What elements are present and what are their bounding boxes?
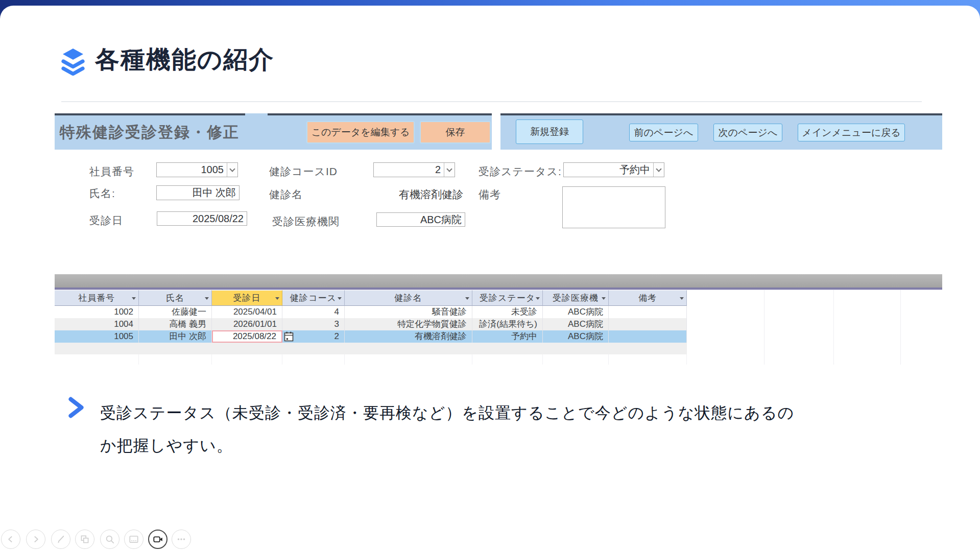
app-header-bar: 特殊健診受診登録・修正 このデータを編集する 保存 新規登録 前のページへ 次の… [55,113,942,150]
calendar-icon[interactable] [284,331,294,342]
exam-name-label: 健診名 [269,187,303,202]
table-row[interactable]: 1004 高橋 義男 2026/01/01 3 特定化学物質健診 診済(結果待ち… [55,318,687,330]
page-title: 各種機能の紹介 [95,43,274,76]
new-record-button[interactable]: 新規登録 [516,119,583,144]
course-id-combobox[interactable]: 2 [373,162,455,177]
main-menu-button[interactable]: メインメニューに戻る [798,124,905,141]
exam-date-input[interactable]: 2025/08/22 [157,211,247,226]
col-header-employee-no[interactable]: 社員番号 [55,290,139,306]
next-slide-button[interactable] [26,530,45,549]
prev-slide-button[interactable] [1,530,20,549]
course-id-label: 健診コースID [269,164,338,179]
combo-arrow-icon[interactable] [444,163,455,177]
edit-data-button[interactable]: このデータを編集する [306,121,415,143]
name-input[interactable]: 田中 次郎 [156,185,240,200]
employee-no-combobox[interactable]: 1005 [156,162,238,177]
table-row-selected[interactable]: 1005 田中 次郎 2025/08/22 2 有機溶剤健診 予約中 ABC病院 [55,330,687,343]
slide-card: 各種機能の紹介 特殊健診受診登録・修正 このデータを編集する 保存 新規登録 前… [0,6,980,551]
app-title: 特殊健診受診登録・修正 [60,122,240,143]
pen-button[interactable] [51,530,70,549]
layers-icon [61,47,85,76]
title-divider [61,101,922,102]
medical-institution-input[interactable]: ABC病院 [376,212,465,227]
col-header-status[interactable]: 受診ステータ [472,290,543,306]
note-text-line1: 受診ステータス（未受診・受診済・要再検など）を設置することで今どのような状態にあ… [100,402,794,424]
table-header-row: 社員番号 氏名 受診日 健診コース 健診名 受診ステータ 受診医療機 備考 [55,290,687,306]
filter-dropdown-icon [132,297,136,300]
col-header-course[interactable]: 健診コース [282,290,345,306]
more-options-button[interactable] [172,530,191,549]
filter-dropdown-icon [275,297,279,300]
exam-date-label: 受診日 [89,213,123,228]
employee-no-label: 社員番号 [89,164,134,179]
filter-dropdown-icon [602,297,606,300]
table-row-empty[interactable] [55,343,687,354]
filter-dropdown-icon [465,297,469,300]
bullet-chevron-icon [67,397,85,418]
col-header-name[interactable]: 氏名 [139,290,212,306]
table-top-bar [55,274,942,288]
app-window: 特殊健診受診登録・修正 このデータを編集する 保存 新規登録 前のページへ 次の… [55,113,942,371]
filter-dropdown-icon [338,297,342,300]
notes-button[interactable] [124,530,144,549]
exam-name-value: 有機溶剤健診 [361,187,463,202]
next-page-button[interactable]: 次のページへ [713,124,782,141]
save-button[interactable]: 保存 [420,121,491,143]
table-row-empty[interactable] [55,354,687,365]
filter-dropdown-icon [680,297,684,300]
col-header-remarks[interactable]: 備考 [609,290,687,306]
combo-arrow-icon[interactable] [653,163,664,177]
medical-institution-label: 受診医療機関 [272,214,340,229]
filter-dropdown-icon [205,297,209,300]
camera-button[interactable] [148,530,168,549]
remarks-textarea[interactable] [562,186,665,228]
col-header-institution[interactable]: 受診医療機 [543,290,609,306]
col-header-exam-name[interactable]: 健診名 [345,290,472,306]
status-label: 受診ステータス: [479,164,562,179]
note-text-line2: か把握しやすい。 [100,435,233,457]
slide-sorter-button[interactable] [75,530,94,549]
combo-arrow-icon[interactable] [227,163,237,177]
filter-dropdown-icon [536,297,540,300]
records-table: 社員番号 氏名 受診日 健診コース 健診名 受診ステータ 受診医療機 備考 10… [55,274,942,366]
table-row[interactable]: 1002 佐藤健一 2025/04/01 4 騒音健診 未受診 ABC病院 [55,306,687,318]
exam-date-cell-editing[interactable]: 2025/08/22 [212,330,282,343]
status-combobox[interactable]: 予約中 [563,162,664,177]
zoom-button[interactable] [100,530,119,549]
col-header-exam-date[interactable]: 受診日 [212,290,282,306]
prev-page-button[interactable]: 前のページへ [629,124,698,141]
remarks-label: 備考 [479,187,501,202]
name-label: 氏名: [89,186,115,201]
